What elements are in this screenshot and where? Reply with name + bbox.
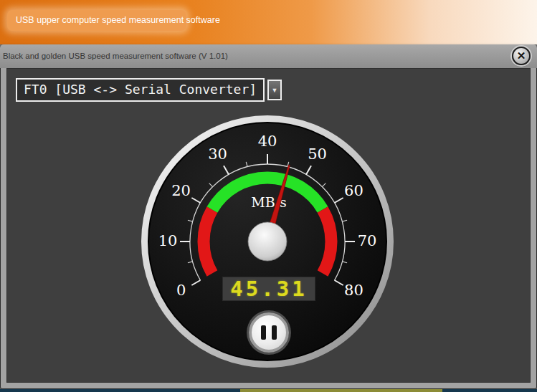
svg-text:10: 10: [158, 232, 178, 249]
svg-text:30: 30: [208, 145, 227, 163]
banner-tab[interactable]: USB upper computer speed measurement sof…: [7, 10, 186, 31]
pause-button[interactable]: [249, 312, 289, 353]
svg-text:70: 70: [358, 232, 377, 249]
window-title: Black and golden USB speed measurement s…: [3, 52, 228, 60]
svg-text:50: 50: [308, 145, 327, 163]
screen: USB upper computer speed measurement sof…: [0, 0, 537, 392]
chevron-down-icon: ▼: [272, 87, 278, 94]
desktop-strip: [0, 389, 537, 392]
svg-text:20: 20: [171, 182, 191, 199]
title-bar[interactable]: Black and golden USB speed measurement s…: [0, 44, 537, 68]
svg-text:60: 60: [344, 182, 363, 199]
device-select-value[interactable]: FT0 [USB <-> Serial Converter]: [16, 78, 265, 102]
digital-display: 45.31: [222, 277, 315, 301]
svg-text:0: 0: [176, 282, 186, 299]
desktop-strip-highlight: [240, 389, 442, 392]
pause-icon: [272, 325, 277, 340]
pause-icon: [261, 325, 266, 340]
svg-text:40: 40: [258, 133, 277, 150]
close-icon: ✕: [517, 49, 526, 62]
top-banner: USB upper computer speed measurement sof…: [0, 0, 537, 44]
svg-text:80: 80: [344, 282, 363, 299]
close-button[interactable]: ✕: [512, 47, 531, 65]
banner-tab-label: USB upper computer speed measurement sof…: [16, 15, 220, 25]
dropdown-button[interactable]: ▼: [267, 80, 282, 100]
speed-gauge: 01020304050607080MB/s 45.31: [133, 107, 402, 376]
device-select[interactable]: FT0 [USB <-> Serial Converter] ▼: [16, 78, 282, 102]
